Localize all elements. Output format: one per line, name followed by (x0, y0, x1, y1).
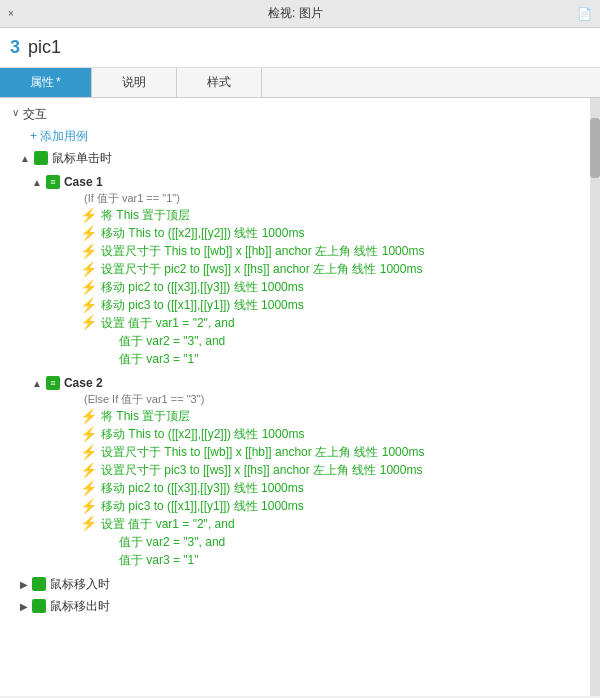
page-header: 3 pic1 (0, 28, 600, 68)
tab-properties[interactable]: 属性 (0, 68, 92, 97)
case2-action-5: ⚡ 移动 pic2 to ([[x3]],[[y3]]) 线性 1000ms (68, 479, 592, 497)
add-example-row: + 添加用例 (8, 126, 592, 147)
mouse-leave-label: 鼠标移出时 (50, 597, 110, 615)
collapse-arrow-mouseclick[interactable]: ▲ (20, 151, 30, 166)
case-2-actions: ⚡ 将 This 置于顶层 ⚡ 移动 This to ([[x2]],[[y2]… (32, 407, 592, 569)
case1-action-7-cont2: 值于 var3 = "1" (101, 350, 235, 368)
case2-action-7-cont2: 值于 var3 = "1" (101, 551, 235, 569)
case-2-name: Case 2 (64, 374, 103, 392)
case1-action-1-text: 将 This 置于顶层 (101, 206, 190, 224)
bolt-icon-c2-5: ⚡ (80, 480, 97, 497)
case2-action-6: ⚡ 移动 pic3 to ([[x1]],[[y1]]) 线性 1000ms (68, 497, 592, 515)
bolt-icon-c2-6: ⚡ (80, 498, 97, 515)
doc-icon: 📄 (577, 7, 592, 21)
page-number: 3 (10, 37, 20, 58)
case1-action-7-multiline: 设置 值于 var1 = "2", and 值于 var2 = "3", and… (101, 314, 235, 368)
tab-bar: 属性 说明 样式 (0, 68, 600, 98)
case2-action-7-text: 设置 值于 var1 = "2", and (101, 515, 235, 533)
case1-action-7-text: 设置 值于 var1 = "2", and (101, 314, 235, 332)
case1-action-7: ⚡ 设置 值于 var1 = "2", and 值于 var2 = "3", a… (68, 314, 592, 368)
case-1-condition: (If 值于 var1 == "1") (32, 191, 592, 206)
case2-action-3: ⚡ 设置尺寸于 This to [[wb]] x [[hb]] anchor 左… (68, 443, 592, 461)
bolt-icon-c2-3: ⚡ (80, 444, 97, 461)
bolt-icon-7: ⚡ (80, 314, 97, 331)
close-icon[interactable]: × (8, 8, 14, 19)
case2-action-7: ⚡ 设置 值于 var1 = "2", and 值于 var2 = "3", a… (68, 515, 592, 569)
interaction-label: 交互 (23, 105, 47, 123)
case-1-actions: ⚡ 将 This 置于顶层 ⚡ 移动 This to ([[x2]],[[y2]… (32, 206, 592, 368)
case2-action-2-text: 移动 This to ([[x2]],[[y2]]) 线性 1000ms (101, 425, 304, 443)
case2-action-4: ⚡ 设置尺寸于 pic3 to [[ws]] x [[hs]] anchor 左… (68, 461, 592, 479)
collapse-arrow-mouseleave[interactable]: ▶ (20, 599, 28, 614)
case2-action-4-text: 设置尺寸于 pic3 to [[ws]] x [[hs]] anchor 左上角… (101, 461, 422, 479)
case1-action-2-text: 移动 This to ([[x2]],[[y2]]) 线性 1000ms (101, 224, 304, 242)
case1-action-7-cont1: 值于 var2 = "3", and (101, 332, 235, 350)
title-bar: × 检视: 图片 📄 (0, 0, 600, 28)
scrollbar-thumb[interactable] (590, 118, 600, 178)
case1-action-4-text: 设置尺寸于 pic2 to [[ws]] x [[hs]] anchor 左上角… (101, 260, 422, 278)
bolt-icon-c2-7: ⚡ (80, 515, 97, 532)
case1-action-1: ⚡ 将 This 置于顶层 (68, 206, 592, 224)
case1-action-4: ⚡ 设置尺寸于 pic2 to [[ws]] x [[hs]] anchor 左… (68, 260, 592, 278)
bolt-icon-2: ⚡ (80, 225, 97, 242)
main-content: ∨ 交互 + 添加用例 ▲ 鼠标单击时 ▲ ≡ Case 1 (If 值于 va… (0, 98, 600, 696)
scrollbar[interactable] (590, 98, 600, 696)
collapse-arrow-mouseenter[interactable]: ▶ (20, 577, 28, 592)
interaction-header: ∨ 交互 (8, 102, 592, 126)
tab-style[interactable]: 样式 (177, 68, 262, 97)
case1-action-5: ⚡ 移动 pic2 to ([[x3]],[[y3]]) 线性 1000ms (68, 278, 592, 296)
interaction-section: ∨ 交互 + 添加用例 ▲ 鼠标单击时 ▲ ≡ Case 1 (If 值于 va… (0, 98, 600, 621)
case-1-block: ▲ ≡ Case 1 (If 值于 var1 == "1") ⚡ 将 This … (8, 171, 592, 370)
case2-action-2: ⚡ 移动 This to ([[x2]],[[y2]]) 线性 1000ms (68, 425, 592, 443)
case1-action-3: ⚡ 设置尺寸于 This to [[wb]] x [[hb]] anchor 左… (68, 242, 592, 260)
case1-action-3-text: 设置尺寸于 This to [[wb]] x [[hb]] anchor 左上角… (101, 242, 424, 260)
mouse-enter-label: 鼠标移入时 (50, 575, 110, 593)
mouse-click-row: ▲ 鼠标单击时 (8, 147, 592, 169)
bolt-icon-c2-1: ⚡ (80, 408, 97, 425)
case1-action-6: ⚡ 移动 pic3 to ([[x1]],[[y1]]) 线性 1000ms (68, 296, 592, 314)
collapse-arrow-case1[interactable]: ▲ (32, 175, 42, 190)
case2-action-6-text: 移动 pic3 to ([[x1]],[[y1]]) 线性 1000ms (101, 497, 304, 515)
mouse-click-label: 鼠标单击时 (52, 149, 112, 167)
mouse-enter-row: ▶ 鼠标移入时 (8, 573, 592, 595)
bolt-icon-1: ⚡ (80, 207, 97, 224)
case2-action-5-text: 移动 pic2 to ([[x3]],[[y3]]) 线性 1000ms (101, 479, 304, 497)
collapse-arrow-interaction[interactable]: ∨ (12, 105, 19, 120)
case2-action-1: ⚡ 将 This 置于顶层 (68, 407, 592, 425)
bolt-icon-6: ⚡ (80, 297, 97, 314)
case2-action-7-cont1: 值于 var2 = "3", and (101, 533, 235, 551)
collapse-arrow-case2[interactable]: ▲ (32, 376, 42, 391)
bolt-icon-3: ⚡ (80, 243, 97, 260)
case1-action-2: ⚡ 移动 This to ([[x2]],[[y2]]) 线性 1000ms (68, 224, 592, 242)
title-bar-text: 检视: 图片 (268, 5, 323, 22)
case2-action-1-text: 将 This 置于顶层 (101, 407, 190, 425)
bolt-icon-c2-2: ⚡ (80, 426, 97, 443)
add-example-link[interactable]: + 添加用例 (26, 126, 592, 147)
case-1-name: Case 1 (64, 173, 103, 191)
case-2-condition: (Else If 值于 var1 == "3") (32, 392, 592, 407)
page-title: pic1 (28, 37, 61, 58)
tab-description[interactable]: 说明 (92, 68, 177, 97)
case2-action-3-text: 设置尺寸于 This to [[wb]] x [[hb]] anchor 左上角… (101, 443, 424, 461)
bolt-icon-5: ⚡ (80, 279, 97, 296)
mouse-leave-row: ▶ 鼠标移出时 (8, 595, 592, 617)
case1-action-6-text: 移动 pic3 to ([[x1]],[[y1]]) 线性 1000ms (101, 296, 304, 314)
bolt-icon-c2-4: ⚡ (80, 462, 97, 479)
case2-action-7-multiline: 设置 值于 var1 = "2", and 值于 var2 = "3", and… (101, 515, 235, 569)
case-2-block: ▲ ≡ Case 2 (Else If 值于 var1 == "3") ⚡ 将 … (8, 372, 592, 571)
case1-action-5-text: 移动 pic2 to ([[x3]],[[y3]]) 线性 1000ms (101, 278, 304, 296)
bolt-icon-4: ⚡ (80, 261, 97, 278)
